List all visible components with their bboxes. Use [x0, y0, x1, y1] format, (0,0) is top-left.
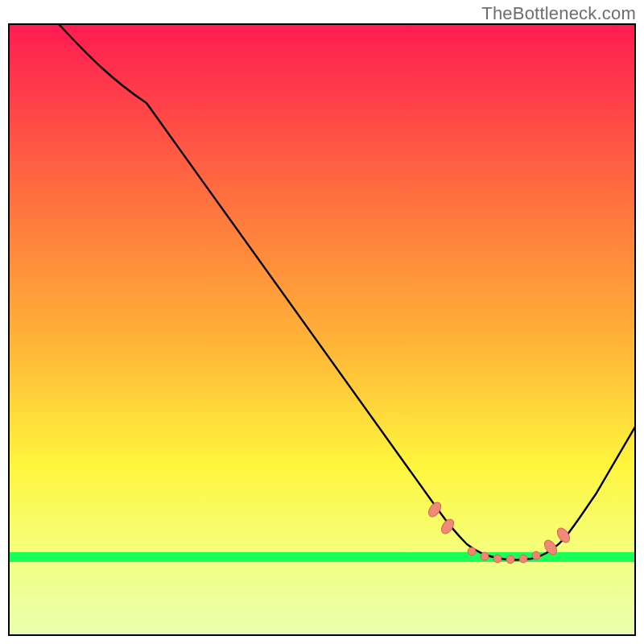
watermark-label: TheBottleneck.com: [481, 3, 636, 24]
svg-point-6: [506, 555, 514, 564]
svg-point-8: [532, 551, 540, 559]
svg-point-3: [468, 547, 476, 555]
plot-area: [9, 24, 635, 635]
chart-svg: [0, 0, 644, 644]
bottleneck-chart: TheBottleneck.com: [0, 0, 644, 644]
svg-point-5: [493, 555, 502, 563]
svg-point-7: [519, 555, 527, 563]
svg-point-4: [481, 552, 489, 560]
optimal-band: [9, 552, 635, 562]
gradient-background: [9, 24, 635, 635]
